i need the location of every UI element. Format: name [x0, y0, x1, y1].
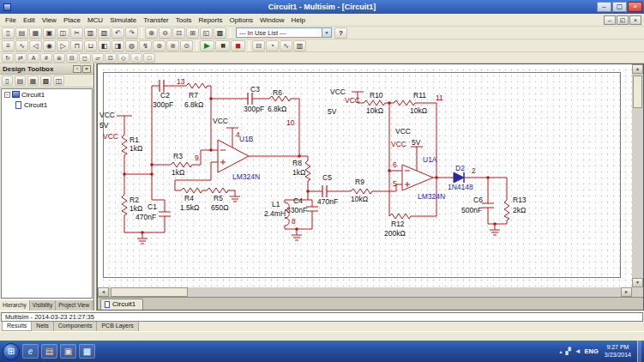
panel-close-button[interactable]: ×	[82, 65, 91, 73]
tray-expand-icon[interactable]: ▴	[559, 348, 562, 354]
circuit-label[interactable]: 13	[177, 78, 184, 86]
toolbar-icon[interactable]: ⊔	[84, 40, 97, 51]
circuit-label[interactable]: 200kΩ	[384, 230, 406, 238]
toolbar-icon[interactable]: ↯	[139, 40, 152, 51]
circuit-label[interactable]: C6	[473, 196, 483, 204]
menu-item[interactable]: MCU	[84, 14, 106, 27]
toolbar-icon[interactable]: ▦	[29, 27, 42, 39]
tab-results[interactable]: Results	[2, 322, 32, 331]
menu-item[interactable]: Tools	[172, 14, 196, 27]
circuit-label[interactable]: 1N4148	[448, 184, 473, 191]
circuit-label[interactable]: 10kΩ	[410, 107, 427, 115]
tab-hierarchy[interactable]: Hierarchy	[0, 300, 30, 311]
toolbar-icon[interactable]: ○	[130, 53, 142, 63]
toolbar-icon[interactable]: ⇄	[15, 53, 27, 63]
circuit-label[interactable]: 8	[292, 218, 296, 226]
show-desktop-button[interactable]	[637, 341, 641, 362]
circuit-label[interactable]: R12	[391, 220, 405, 228]
toolbar-icon[interactable]: ⊛	[153, 40, 166, 51]
toolbar-icon[interactable]: ◇	[117, 53, 129, 63]
toolbar-icon[interactable]: ⊞	[186, 27, 199, 39]
schematic-sheet[interactable]: VCC5VVCCR11kΩR21kΩC1470nFR31kΩ9R41.5kΩR5…	[98, 64, 632, 287]
circuit-label[interactable]: 9	[195, 154, 199, 162]
toolbox-toolbar-icon[interactable]: ▦	[27, 75, 39, 86]
circuit-label[interactable]: 1kΩ	[292, 169, 305, 177]
menu-item[interactable]: Options	[226, 14, 256, 27]
tray-icon[interactable]: ▞	[566, 347, 571, 355]
vertical-scroll-thumb[interactable]	[633, 75, 642, 108]
circuit-label[interactable]: 5	[393, 180, 397, 188]
toolbar-icon[interactable]: ⊕	[145, 27, 158, 39]
circuit-label[interactable]: 500nF	[461, 207, 482, 214]
circuit-label[interactable]: 6	[393, 161, 397, 169]
circuit-label[interactable]: 6.8kΩ	[268, 106, 286, 113]
circuit-label[interactable]: R10	[370, 92, 383, 100]
toolbox-toolbar-icon[interactable]: ▤	[15, 75, 26, 86]
taskbar-app-icon[interactable]: e	[22, 344, 39, 359]
instrument-icon[interactable]: ◔	[266, 40, 279, 51]
sheet-tab-circuit1[interactable]: Circuit1	[100, 299, 143, 310]
toolbar-icon[interactable]: A	[27, 53, 39, 63]
tray-icon[interactable]: ◄	[575, 347, 581, 355]
toolbar-icon[interactable]: ≣	[53, 53, 65, 63]
scroll-down-icon[interactable]: ▼	[632, 278, 643, 287]
toolbox-toolbar-icon[interactable]: ▩	[40, 75, 51, 86]
maximize-button[interactable]: ▢	[612, 2, 627, 12]
horizontal-scroll-thumb[interactable]	[111, 287, 188, 297]
stop-simulation-button[interactable]: ◼	[231, 40, 245, 51]
toolbar-icon[interactable]: ▱	[92, 53, 104, 63]
tab-pcb-layers[interactable]: PCB Layers	[97, 322, 138, 331]
circuit-label[interactable]: C5	[322, 174, 332, 182]
menu-item[interactable]: Simulate	[106, 14, 140, 27]
circuit-label[interactable]: 6.8kΩ	[184, 101, 203, 109]
toolbar-icon[interactable]: ▥	[84, 27, 97, 39]
toolbar-icon[interactable]: ▷	[57, 40, 69, 51]
toolbar-icon[interactable]: ⊡	[105, 53, 117, 63]
vertical-scrollbar[interactable]: ▲ ▼	[632, 64, 643, 287]
panel-dock-button[interactable]: ▫	[73, 65, 81, 73]
circuit-label[interactable]: 10	[286, 119, 294, 127]
help-button[interactable]: ?	[334, 27, 347, 39]
circuit-label[interactable]: VCC	[99, 112, 115, 119]
toolbar-icon[interactable]: ⊡	[172, 27, 185, 39]
circuit-label[interactable]: 11	[436, 94, 443, 102]
toolbar-icon[interactable]: #	[40, 53, 52, 63]
toolbar-icon[interactable]: ⊟	[66, 53, 78, 63]
pause-simulation-button[interactable]: ▮▮	[215, 40, 230, 51]
circuit-label[interactable]: 300pF	[244, 106, 264, 113]
taskbar-app-icon[interactable]: ▣	[60, 344, 76, 359]
run-simulation-button[interactable]: ▶	[200, 40, 214, 51]
horizontal-scrollbar[interactable]: ◄ ►	[98, 287, 632, 297]
toolbar-icon[interactable]: ↻	[2, 53, 14, 63]
menu-item[interactable]: Window	[256, 14, 287, 27]
circuit-label[interactable]: 1kΩ	[172, 169, 184, 177]
menu-item[interactable]: View	[39, 14, 60, 27]
language-indicator[interactable]: ENG	[585, 347, 599, 355]
mdi-minimize-button[interactable]: –	[604, 15, 616, 25]
circuit-label[interactable]: VCC	[391, 141, 406, 148]
toolbar-icon[interactable]: ▣	[43, 27, 56, 39]
toolbar-icon[interactable]: ↶	[111, 27, 124, 39]
toolbar-icon[interactable]: ↷	[125, 27, 138, 39]
circuit-label[interactable]: D2	[455, 165, 465, 172]
circuit-label[interactable]: C3	[250, 86, 260, 94]
tab-components[interactable]: Components	[54, 322, 98, 331]
circuit-label[interactable]: 2.4mH	[264, 210, 286, 218]
tab-project-view[interactable]: Project View	[56, 300, 93, 311]
mdi-restore-button[interactable]: ◱	[617, 15, 629, 25]
toolbox-toolbar-icon[interactable]: ▯	[2, 75, 13, 86]
instrument-icon[interactable]: ∿	[280, 40, 292, 51]
toolbar-icon[interactable]: ▯	[2, 27, 15, 39]
circuit-label[interactable]: L1	[272, 201, 280, 208]
toolbar-icon[interactable]: ∿	[15, 40, 28, 51]
circuit-label[interactable]: 5V	[328, 108, 336, 116]
circuit-label[interactable]: 1.5kΩ	[180, 204, 199, 212]
tree-item-root[interactable]: − Circuit1	[2, 89, 92, 100]
circuit-label[interactable]: R6	[273, 89, 282, 97]
circuit-label[interactable]: 1kΩ	[129, 205, 142, 213]
menu-item[interactable]: Reports	[195, 14, 226, 27]
toolbox-toolbar-icon[interactable]: ◫	[53, 75, 64, 86]
menu-item[interactable]: File	[2, 14, 20, 27]
toolbar-icon[interactable]: ◧	[98, 40, 111, 51]
toolbar-icon[interactable]: ◍	[125, 40, 138, 51]
